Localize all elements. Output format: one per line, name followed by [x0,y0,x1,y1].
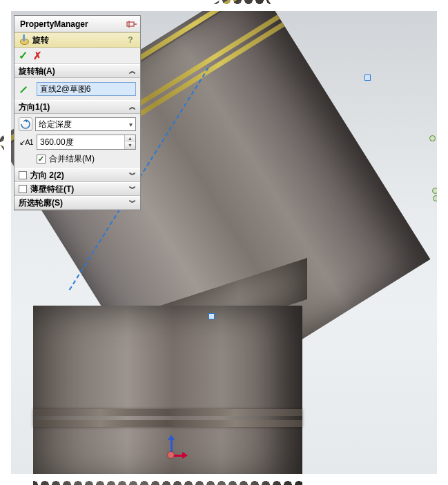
chevron-down-icon: ︾ [129,184,136,194]
end-condition-combo[interactable]: 给定深度 [35,117,136,131]
dir1-group-body: 给定深度 ↙A1 360.00度 ▲▼ ✓ 合并结果(M) [14,114,140,168]
confirm-row: ✓ ✗ [14,48,140,64]
thin-enable-checkbox[interactable] [19,185,27,193]
axis-group-body: 直线2@草图6 [14,78,140,100]
angle-icon: ↙A1 [19,135,34,150]
contours-group-header[interactable]: 所选轮廓(S) ︾ [14,196,140,210]
axis-group-label: 旋转轴(A) [19,66,55,77]
dir2-group-header[interactable]: 方向 2(2) ︾ [14,168,140,182]
revolve-icon [19,34,30,46]
merge-result-row[interactable]: ✓ 合并结果(M) [37,153,136,165]
thin-group-header[interactable]: 薄壁特征(T) ︾ [14,182,140,196]
pm-titlebar: PropertyManager [14,16,140,32]
help-button[interactable]: ? [125,34,136,46]
spin-up[interactable]: ▲ [125,135,135,142]
angle-spinner[interactable]: 360.00度 ▲▼ [37,135,136,150]
svg-rect-0 [127,22,134,26]
merge-checkbox[interactable]: ✓ [37,155,46,164]
property-manager-panel: PropertyManager 旋转 ? ✓ ✗ 旋转轴(A) ︽ 直线2@草图… [14,15,141,210]
axis-icon [19,81,34,97]
dir1-group-header[interactable]: 方向1(1) ︽ [14,100,140,114]
angle-value[interactable]: 360.00度 [37,135,124,149]
cancel-button[interactable]: ✗ [33,50,42,62]
chevron-up-icon: ︽ [129,102,136,112]
chevron-down-icon: ︾ [129,170,136,180]
axis-selection-field[interactable]: 直线2@草图6 [37,82,136,96]
chevron-down-icon: ︾ [129,198,136,208]
model-pipe-lower [33,306,302,485]
feature-name: 旋转 [32,34,49,46]
triad-origin [168,452,174,458]
thin-group-label: 薄壁特征(T) [30,184,74,195]
contours-group-label: 所选轮廓(S) [19,197,63,209]
dir2-group-label: 方向 2(2) [30,170,64,181]
merge-label: 合并结果(M) [49,153,95,165]
axis-group-header[interactable]: 旋转轴(A) ︽ [14,64,140,78]
pin-icon[interactable] [126,19,137,29]
pm-title: PropertyManager [20,19,126,29]
ok-button[interactable]: ✓ [19,49,28,62]
dir2-enable-checkbox[interactable] [19,171,27,179]
drag-handle[interactable] [433,195,439,201]
sketch-handle[interactable] [208,313,215,319]
drag-handle[interactable] [429,135,436,141]
spin-down[interactable]: ▼ [125,142,135,149]
drag-handle[interactable] [432,188,438,194]
dir1-group-label: 方向1(1) [19,101,50,113]
reverse-direction-button[interactable] [19,117,32,131]
sketch-handle[interactable] [364,75,371,81]
end-condition-value: 给定深度 [39,119,72,130]
chevron-up-icon: ︽ [129,66,136,76]
feature-header: 旋转 ? [14,32,140,48]
